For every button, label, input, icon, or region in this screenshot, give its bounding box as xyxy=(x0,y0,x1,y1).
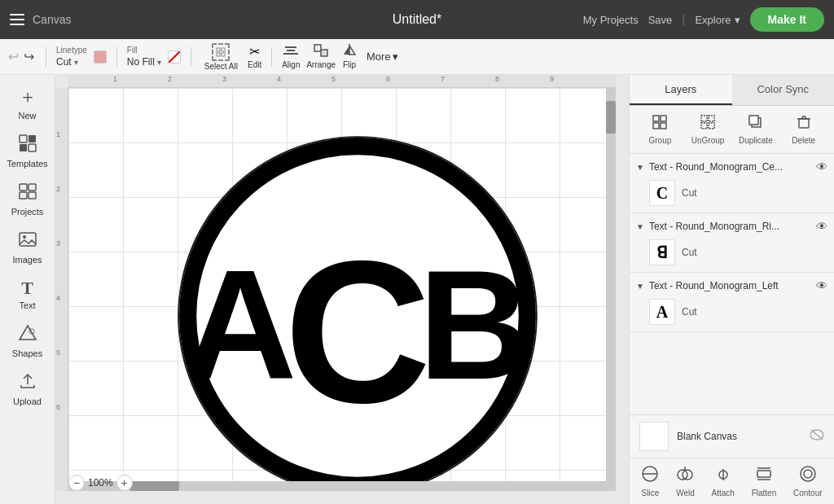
header-left: Canvas xyxy=(10,13,71,26)
tab-color-sync[interactable]: Color Sync xyxy=(732,75,835,105)
ungroup-label: UnGroup xyxy=(691,136,725,145)
align-button[interactable]: Align xyxy=(282,44,300,69)
layer-title-3: Text - Round_Monogram_Left xyxy=(649,280,811,291)
sidebar-item-templates[interactable]: Templates xyxy=(0,127,55,175)
flatten-tool[interactable]: Flatten xyxy=(752,465,777,497)
canvas-scroll-area[interactable]: A C B xyxy=(68,88,616,491)
slice-tool[interactable]: Slice xyxy=(641,465,659,497)
layer-eye-2[interactable]: 👁 xyxy=(816,220,827,233)
scrollbar-vertical[interactable] xyxy=(606,101,616,478)
layer-arrow-2: ▼ xyxy=(636,222,644,231)
blank-canvas-thumb xyxy=(639,422,669,451)
align-icon xyxy=(283,44,298,59)
layer-eye-1[interactable]: 👁 xyxy=(816,160,827,173)
edit-button[interactable]: ✂ Edit xyxy=(248,44,261,69)
svg-rect-41 xyxy=(701,123,707,129)
svg-rect-17 xyxy=(29,184,36,191)
flatten-icon xyxy=(755,465,773,487)
upload-icon xyxy=(18,371,37,395)
ruler-tick-v-5: 5 xyxy=(56,348,60,357)
sidebar-item-images[interactable]: Images xyxy=(0,223,55,271)
zoom-out-button[interactable]: − xyxy=(68,475,85,491)
sidebar: ＋ New Templates Projects Images T T xyxy=(0,75,55,504)
ungroup-button[interactable]: UnGroup xyxy=(684,111,732,148)
svg-rect-7 xyxy=(314,45,321,51)
group-icon xyxy=(652,114,668,134)
svg-text:C: C xyxy=(284,218,431,445)
sidebar-new-label: New xyxy=(18,111,36,121)
svg-rect-44 xyxy=(749,116,758,125)
flip-button[interactable]: Flip xyxy=(342,44,357,69)
layer-header-1[interactable]: ▼ Text - Round_Monogram_Ce... 👁 xyxy=(630,154,834,177)
layer-thumb-2: ꓭ xyxy=(649,239,675,265)
zoom-controls: − 100% + xyxy=(68,475,133,491)
save-button[interactable]: Save xyxy=(648,14,673,26)
delete-button[interactable]: Delete xyxy=(779,111,827,148)
make-it-button[interactable]: Make It xyxy=(750,7,824,32)
svg-rect-6 xyxy=(283,53,298,55)
weld-label: Weld xyxy=(676,489,695,497)
duplicate-label: Duplicate xyxy=(739,136,773,145)
edit-icon: ✂ xyxy=(249,44,260,59)
scrollbar-horizontal-thumb[interactable] xyxy=(130,481,179,491)
layer-thumb-1: C xyxy=(649,180,675,206)
delete-label: Delete xyxy=(792,136,815,145)
ruler-tick-h-9: 9 xyxy=(550,75,554,83)
select-all-button[interactable]: Select All xyxy=(204,43,238,71)
fill-row[interactable]: No Fill ▾ xyxy=(127,56,161,68)
fill-color-swatch[interactable] xyxy=(168,50,181,64)
sidebar-item-projects[interactable]: Projects xyxy=(0,175,55,223)
sidebar-upload-label: Upload xyxy=(13,397,42,406)
select-all-icon xyxy=(212,43,230,61)
ruler-tick-h-3: 3 xyxy=(222,75,226,83)
sidebar-item-new[interactable]: ＋ New xyxy=(0,78,55,127)
svg-rect-13 xyxy=(29,135,36,142)
text-icon: T xyxy=(21,278,33,299)
contour-tool[interactable]: Contour xyxy=(793,465,823,497)
monogram-design: A C B xyxy=(134,104,582,491)
scrollbar-horizontal[interactable] xyxy=(81,481,603,491)
sidebar-item-shapes[interactable]: Shapes xyxy=(0,317,55,365)
layer-eye-3[interactable]: 👁 xyxy=(816,279,827,292)
my-projects-link[interactable]: My Projects xyxy=(583,14,639,26)
layer-header-3[interactable]: ▼ Text - Round_Monogram_Left 👁 xyxy=(630,273,834,296)
select-all-label: Select All xyxy=(204,62,238,71)
ruler-tick-h-1: 1 xyxy=(113,75,117,83)
redo-button[interactable]: ↪ xyxy=(22,47,36,66)
hamburger-menu[interactable] xyxy=(10,14,24,25)
ruler-tick-h-2: 2 xyxy=(168,75,172,83)
contour-label: Contour xyxy=(793,489,823,497)
tab-layers[interactable]: Layers xyxy=(630,75,732,105)
zoom-in-button[interactable]: + xyxy=(116,475,133,491)
ruler-tick-h-6: 6 xyxy=(386,75,390,83)
more-chevron-icon: ▾ xyxy=(393,50,398,63)
linetype-row[interactable]: Cut ▾ xyxy=(56,56,78,68)
group-button[interactable]: Group xyxy=(636,111,684,148)
linetype-color-swatch[interactable] xyxy=(94,50,107,64)
duplicate-button[interactable]: Duplicate xyxy=(732,111,780,148)
explore-button[interactable]: Explore ▾ xyxy=(695,14,740,26)
undo-button[interactable]: ↩ xyxy=(7,47,20,66)
scrollbar-vertical-thumb[interactable] xyxy=(606,101,616,134)
layer-header-2[interactable]: ▼ Text - Round_Monogram_Ri... 👁 xyxy=(630,213,834,236)
fill-label: Fill xyxy=(127,46,138,55)
svg-rect-40 xyxy=(709,116,714,121)
svg-rect-45 xyxy=(799,119,809,128)
toolbar-sep-4 xyxy=(271,47,272,67)
edit-label: Edit xyxy=(248,60,261,69)
flatten-label: Flatten xyxy=(752,489,777,497)
fill-chevron: ▾ xyxy=(157,58,161,67)
svg-rect-1 xyxy=(222,48,225,51)
sidebar-item-text[interactable]: T Text xyxy=(0,271,55,317)
canvas-label: Canvas xyxy=(33,13,71,26)
svg-rect-19 xyxy=(29,192,36,199)
attach-tool[interactable]: Attach xyxy=(712,465,735,497)
more-button[interactable]: More ▾ xyxy=(367,50,398,63)
layer-item-3: A Cut xyxy=(630,296,834,328)
align-label: Align xyxy=(282,60,300,69)
arrange-button[interactable]: Arrange xyxy=(306,44,336,69)
weld-tool[interactable]: Weld xyxy=(676,465,695,497)
duplicate-icon xyxy=(748,114,764,134)
sidebar-item-upload[interactable]: Upload xyxy=(0,365,55,413)
blank-canvas-eye-icon[interactable] xyxy=(810,429,824,444)
